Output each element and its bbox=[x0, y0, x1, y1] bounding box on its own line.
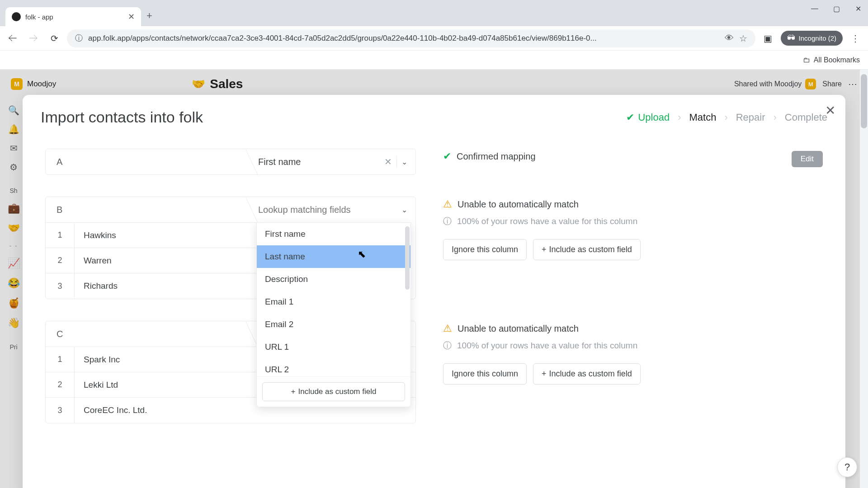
unable-match-label: Unable to automatically match bbox=[458, 199, 579, 210]
browser-toolbar: 🡠 🡢 ⟳ ⓘ app.folk.app/apps/contacts/netwo… bbox=[0, 26, 868, 51]
bookmark-bar: 🗀 All Bookmarks bbox=[0, 51, 868, 70]
chevron-right-icon: › bbox=[724, 112, 727, 123]
forward-button: 🡢 bbox=[25, 30, 42, 47]
include-custom-field-button[interactable]: + Include as custom field bbox=[533, 363, 641, 385]
warning-icon: ⚠ bbox=[443, 323, 452, 334]
all-bookmarks-button[interactable]: 🗀 All Bookmarks bbox=[803, 56, 860, 64]
eye-off-icon[interactable]: 👁 bbox=[725, 33, 734, 43]
row-index: 1 bbox=[46, 223, 75, 248]
mapped-field-value: First name bbox=[258, 157, 380, 167]
ignore-column-button[interactable]: Ignore this column bbox=[443, 239, 527, 260]
site-info-icon[interactable]: ⓘ bbox=[75, 33, 83, 43]
info-icon: ⓘ bbox=[443, 340, 452, 352]
plus-icon: + bbox=[542, 245, 547, 254]
chevron-right-icon: › bbox=[774, 112, 777, 123]
new-tab-button[interactable]: + bbox=[146, 10, 152, 22]
tab-title: folk - app bbox=[25, 13, 123, 21]
tab-close-icon[interactable]: ✕ bbox=[128, 12, 135, 22]
unable-match-label: Unable to automatically match bbox=[458, 324, 579, 334]
row-index: 2 bbox=[46, 248, 75, 273]
dropdown-option[interactable]: Email 2 bbox=[257, 313, 410, 336]
clear-icon[interactable]: ✕ bbox=[384, 156, 392, 167]
modal-title: Import contacts into folk bbox=[41, 108, 203, 126]
reload-button[interactable]: ⟳ bbox=[46, 30, 62, 47]
row-index: 3 bbox=[46, 273, 75, 299]
include-custom-field-button[interactable]: + Include as custom field bbox=[533, 239, 641, 260]
browser-tab[interactable]: folk - app ✕ bbox=[5, 7, 141, 26]
browser-tab-strip: folk - app ✕ + — ▢ ✕ bbox=[0, 0, 868, 26]
field-mapping-select[interactable]: ⌄ bbox=[245, 197, 415, 222]
table-row: 2 Warren bbox=[46, 248, 256, 273]
table-row: 3 Richards bbox=[46, 273, 256, 299]
dropdown-option[interactable]: URL 1 bbox=[257, 336, 410, 358]
address-bar[interactable]: ⓘ app.folk.app/apps/contacts/network/cca… bbox=[67, 29, 755, 47]
column-letter: A bbox=[46, 149, 245, 174]
url-text: app.folk.app/apps/contacts/network/ccaa7… bbox=[88, 34, 719, 43]
field-mapping-select[interactable]: First name ✕ ⌄ bbox=[245, 149, 415, 174]
close-window-icon[interactable]: ✕ bbox=[854, 5, 863, 13]
maximize-icon[interactable]: ▢ bbox=[832, 5, 841, 13]
back-button[interactable]: 🡠 bbox=[5, 30, 21, 47]
step-complete: Complete bbox=[785, 112, 827, 123]
step-match: Match bbox=[689, 112, 716, 123]
row-value: Richards bbox=[75, 273, 256, 299]
column-letter: C bbox=[46, 321, 245, 347]
dropdown-option[interactable]: First name bbox=[257, 223, 410, 245]
scrollbar-thumb[interactable] bbox=[861, 74, 867, 128]
check-icon: ✔ bbox=[443, 150, 451, 162]
plus-icon: + bbox=[291, 387, 296, 396]
row-value: Warren bbox=[75, 248, 256, 273]
ignore-column-button[interactable]: Ignore this column bbox=[443, 363, 527, 385]
row-value: Hawkins bbox=[75, 223, 256, 248]
row-index: 1 bbox=[46, 347, 75, 372]
scrollbar-thumb[interactable] bbox=[405, 226, 410, 290]
column-letter: B bbox=[46, 197, 245, 222]
plus-icon: + bbox=[542, 369, 547, 379]
field-dropdown: First name Last name Description Email 1… bbox=[256, 222, 411, 407]
import-modal: ✕ Import contacts into folk ✔ Upload › M… bbox=[23, 95, 845, 488]
info-icon: ⓘ bbox=[443, 216, 452, 227]
row-index: 3 bbox=[46, 398, 75, 423]
tab-favicon bbox=[12, 12, 21, 21]
field-lookup-input[interactable] bbox=[258, 205, 397, 215]
incognito-badge[interactable]: 🕶 Incognito (2) bbox=[781, 31, 843, 46]
preview-table: 1 Hawkins 2 Warren 3 Richards bbox=[46, 222, 256, 299]
check-icon: ✔ bbox=[626, 112, 634, 123]
column-card-c: C 1 Spark Inc 2 Lekki Ltd 3 bbox=[45, 321, 823, 423]
column-card-a: A First name ✕ ⌄ ✔ Confirmed mapping bbox=[45, 149, 823, 175]
info-text: 100% of your rows have a value for this … bbox=[457, 341, 637, 351]
dropdown-option[interactable]: Description bbox=[257, 268, 410, 291]
folder-icon: 🗀 bbox=[803, 56, 810, 64]
chevron-down-icon[interactable]: ⌄ bbox=[401, 206, 407, 214]
warning-icon: ⚠ bbox=[443, 198, 452, 210]
table-row: 1 Hawkins bbox=[46, 223, 256, 248]
include-custom-field-button[interactable]: + Include as custom field bbox=[262, 382, 405, 401]
page-scrollbar[interactable] bbox=[860, 70, 868, 488]
close-modal-icon[interactable]: ✕ bbox=[825, 103, 835, 118]
side-panel-icon[interactable]: ▣ bbox=[760, 30, 776, 47]
edit-button[interactable]: Edit bbox=[792, 151, 823, 167]
step-upload: ✔ Upload bbox=[626, 112, 670, 123]
confirmed-label: Confirmed mapping bbox=[457, 151, 536, 162]
dropdown-option[interactable]: Email 1 bbox=[257, 291, 410, 313]
dropdown-option[interactable]: URL 2 bbox=[257, 358, 410, 376]
minimize-icon[interactable]: — bbox=[810, 5, 819, 13]
import-stepper: ✔ Upload › Match › Repair › Complete bbox=[626, 112, 827, 123]
chrome-menu-icon[interactable]: ⋮ bbox=[847, 33, 863, 44]
window-controls: — ▢ ✕ bbox=[810, 5, 863, 13]
dropdown-option[interactable]: Last name bbox=[257, 245, 410, 268]
incognito-icon: 🕶 bbox=[787, 33, 795, 43]
modal-overlay: ✕ Import contacts into folk ✔ Upload › M… bbox=[0, 70, 868, 488]
step-repair: Repair bbox=[736, 112, 765, 123]
help-button[interactable]: ? bbox=[837, 457, 857, 477]
chevron-right-icon: › bbox=[678, 112, 681, 123]
row-index: 2 bbox=[46, 372, 75, 397]
bookmark-star-icon[interactable]: ☆ bbox=[739, 33, 747, 44]
column-card-b: B ⌄ 1 Hawkins 2 Warren bbox=[45, 197, 823, 299]
chevron-down-icon[interactable]: ⌄ bbox=[401, 158, 407, 166]
incognito-label: Incognito (2) bbox=[799, 34, 836, 42]
info-text: 100% of your rows have a value for this … bbox=[457, 216, 637, 226]
